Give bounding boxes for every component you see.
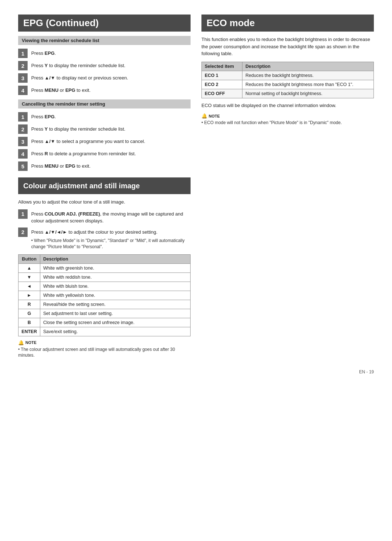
step-2-2: 2 Press Y to display the reminder schedu… [18, 124, 191, 134]
colour-note-header: 🔔 NOTE [18, 340, 191, 345]
btn-table-row: ◄White with bluish tone. [19, 282, 191, 291]
eco-item: ECO 1 [202, 71, 242, 80]
btn-desc: White with reddish tone. [40, 272, 191, 282]
eco-item: ECO OFF [202, 89, 242, 98]
colour-step-num-1: 1 [18, 209, 28, 219]
eco-note-text: ECO mode will not function when "Picture… [201, 120, 374, 126]
btn-button: ◄ [19, 282, 40, 291]
btn-table-row: ▼White with reddish tone. [19, 272, 191, 282]
colour-step-text-2: Press ▲/▼/◄/► to adjust the colour to yo… [31, 228, 191, 250]
colour-note-text: The colour adjustment screen and still i… [18, 347, 191, 359]
step-text-2-2: Press Y to display the reminder schedule… [31, 124, 125, 133]
eco-note-icon: 🔔 [201, 113, 207, 119]
left-column: EPG (Continued) Viewing the reminder sch… [18, 15, 191, 358]
colour-steps: 1 Press COLOUR ADJ. (FREEZE), the moving… [18, 209, 191, 250]
note-icon-symbol: 🔔 [18, 340, 24, 345]
page-region: EN [359, 369, 365, 374]
btn-desc: White with greenish tone. [40, 263, 191, 272]
colour-note-label: NOTE [25, 340, 37, 345]
colour-step-num-2: 2 [18, 228, 28, 237]
eco-note-header: 🔔 NOTE [201, 113, 374, 119]
eco-table-header-desc: Description [242, 62, 374, 71]
eco-channel-info: ECO status will be displayed on the chan… [201, 102, 374, 109]
btn-button: ► [19, 291, 40, 300]
step-num-1-1: 1 [18, 49, 28, 58]
btn-desc: Save/exit setting. [40, 327, 191, 336]
step-num-1-3: 3 [18, 73, 28, 83]
subsection1-steps: 1 Press EPG. 2 Press Y to display the re… [18, 49, 191, 95]
step-num-2-3: 3 [18, 137, 28, 146]
step-2-3: 3 Press ▲/▼ to select a programme you wa… [18, 137, 191, 146]
step-1-4: 4 Press MENU or EPG to exit. [18, 86, 191, 95]
step-1-3: 3 Press ▲/▼ to display next or previous … [18, 73, 191, 83]
btn-button: ▼ [19, 272, 40, 282]
step-text-2-4: Press R to delete a programme from remin… [31, 149, 136, 157]
eco-desc: Reduces the backlight brightness. [242, 71, 374, 80]
subsection2-bar: Cancelling the reminder timer setting [18, 99, 191, 108]
colour-step-1: 1 Press COLOUR ADJ. (FREEZE), the moving… [18, 209, 191, 225]
eco-table: Selected item Description ECO 1Reduces t… [201, 62, 374, 98]
colour-section: Colour adjustment and still image Allows… [18, 177, 191, 358]
eco-desc: Reduces the backlight brightness more th… [242, 80, 374, 89]
eco-title-text: ECO mode [207, 17, 255, 28]
colour-step-2: 2 Press ▲/▼/◄/► to adjust the colour to … [18, 228, 191, 250]
eco-table-header-item: Selected item [202, 62, 242, 71]
btn-table-header-description: Description [40, 254, 191, 263]
eco-table-row: ECO 2Reduces the backlight brightness mo… [202, 80, 374, 89]
btn-desc: Set adjustment to last user setting. [40, 309, 191, 318]
colour-step-text-1: Press COLOUR ADJ. (FREEZE), the moving i… [31, 209, 191, 225]
btn-button: ENTER [19, 327, 40, 336]
step-text-2-1: Press EPG. [31, 112, 56, 120]
btn-table-row: RReveal/hide the setting screen. [19, 300, 191, 309]
step-2-5: 5 Press MENU or EPG to exit. [18, 161, 191, 171]
step-num-2-2: 2 [18, 124, 28, 134]
colour-step2-bullet: When "Picture Mode" is in "Dynamic", "St… [31, 238, 191, 250]
btn-table-row: ENTERSave/exit setting. [19, 327, 191, 336]
subsection2-label: Cancelling the reminder timer setting [22, 101, 105, 107]
step-1-2: 2 Press Y to display the reminder schedu… [18, 61, 191, 70]
eco-table-row: ECO 1Reduces the backlight brightness. [202, 71, 374, 80]
step-text-1-4: Press MENU or EPG to exit. [31, 86, 90, 94]
right-column: ECO mode This function enables you to re… [201, 15, 374, 126]
step-num-1-2: 2 [18, 61, 28, 70]
step-num-1-4: 4 [18, 86, 28, 95]
step-text-1-2: Press Y to display the reminder schedule… [31, 61, 125, 69]
button-table: Button Description ▲White with greenish … [18, 254, 191, 336]
step-2-4: 4 Press R to delete a programme from rem… [18, 149, 191, 159]
btn-button: ▲ [19, 263, 40, 272]
btn-table-row: GSet adjustment to last user setting. [19, 309, 191, 318]
colour-note-section: 🔔 NOTE The colour adjustment screen and … [18, 340, 191, 359]
page-footer: EN - 19 [18, 369, 374, 374]
epg-title-text: EPG (Continued) [23, 17, 99, 28]
btn-desc: White with yellowish tone. [40, 291, 191, 300]
btn-table-row: ►White with yellowish tone. [19, 291, 191, 300]
btn-desc: Close the setting screen and unfreeze im… [40, 318, 191, 327]
step-text-2-5: Press MENU or EPG to exit. [31, 161, 90, 170]
step-1-1: 1 Press EPG. [18, 49, 191, 58]
subsection1-bar: Viewing the reminder schedule list [18, 36, 191, 45]
subsection2-steps: 1 Press EPG. 2 Press Y to display the re… [18, 112, 191, 171]
step-num-2-4: 4 [18, 149, 28, 159]
btn-table-row: BClose the setting screen and unfreeze i… [19, 318, 191, 327]
colour-note-item: The colour adjustment screen and still i… [18, 347, 191, 359]
eco-note-section: 🔔 NOTE ECO mode will not function when "… [201, 113, 374, 126]
btn-table-row: ▲White with greenish tone. [19, 263, 191, 272]
btn-button: G [19, 309, 40, 318]
page-number: 19 [369, 369, 374, 374]
colour-title-bar: Colour adjustment and still image [18, 177, 191, 194]
subsection1-label: Viewing the reminder schedule list [22, 38, 99, 43]
eco-note-item: ECO mode will not function when "Picture… [201, 120, 374, 126]
eco-intro: This function enables you to reduce the … [201, 36, 374, 57]
step-text-1-1: Press EPG. [31, 49, 56, 57]
step-2-1: 1 Press EPG. [18, 112, 191, 122]
eco-item: ECO 2 [202, 80, 242, 89]
colour-title-text: Colour adjustment and still image [23, 182, 140, 190]
step-text-2-3: Press ▲/▼ to select a programme you want… [31, 137, 145, 145]
colour-intro: Allows you to adjust the colour tone of … [18, 198, 191, 206]
step-num-2-5: 5 [18, 161, 28, 171]
step-text-1-3: Press ▲/▼ to display next or previous sc… [31, 73, 128, 82]
btn-table-header-button: Button [19, 254, 40, 263]
btn-button: B [19, 318, 40, 327]
eco-note-label: NOTE [209, 114, 220, 118]
eco-title: ECO mode [201, 15, 374, 32]
